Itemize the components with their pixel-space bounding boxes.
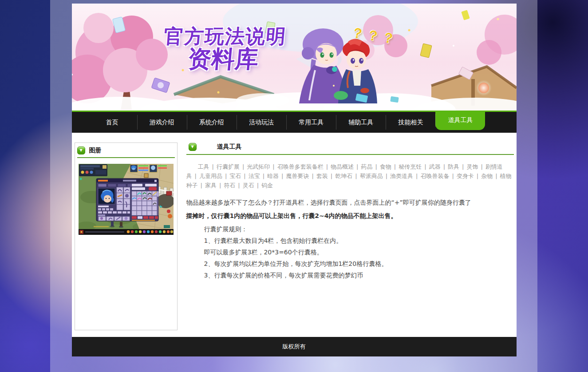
item-link-21[interactable]: 召唤兽装备 <box>420 173 449 179</box>
link-separator: | <box>331 173 332 179</box>
article-body: 物品越来越多放不下了怎么办？打开道具栏，选择行囊页面，点击界面上的“+”即可扩展… <box>186 197 514 281</box>
item-link-7[interactable]: 秘传烹饪 <box>399 163 422 170</box>
nav-tab-1[interactable]: 游戏介绍 <box>137 112 187 133</box>
link-separator: | <box>326 163 328 170</box>
rule-line-1: 即可以最多扩展3栏，20*3=60个行囊格。 <box>204 246 514 258</box>
banner: 官方玩法说明 资料库 ？？？ <box>72 4 517 111</box>
green-arrow-icon: ▼ <box>77 146 85 154</box>
main-rule <box>186 154 514 155</box>
gallery-box: ▼ 图册 <box>75 142 178 330</box>
link-separator: | <box>281 173 283 179</box>
item-link-27[interactable]: 灵石 <box>243 182 254 189</box>
item-link-26[interactable]: 符石 <box>224 182 235 189</box>
item-link-2[interactable]: 光武拓印 <box>247 163 270 170</box>
link-separator: | <box>424 163 426 170</box>
link-separator: | <box>375 163 377 170</box>
item-link-1[interactable]: 行囊扩展 <box>217 163 240 170</box>
link-separator: | <box>477 173 478 179</box>
notice-paragraph: 摆摊时，仅行囊1内的物品可以上架出售，行囊2~4内的物品不能上架出售。 <box>186 210 514 222</box>
item-link-15[interactable]: 暗器 <box>267 173 279 179</box>
link-separator: | <box>257 182 259 189</box>
link-separator: | <box>225 173 227 179</box>
item-link-25[interactable]: 家具 <box>205 182 217 189</box>
rule-line-2: 2、每次扩展均以栏为单位开始，每次扩充均增加1栏20格行囊格。 <box>204 258 514 269</box>
link-separator: | <box>312 173 313 179</box>
main-panel: ▼ 道具工具 工具|行囊扩展|光武拓印|召唤兽多套装备栏|物品概述|药品|食物|… <box>186 139 514 337</box>
rule-line-3: 3、行囊每次扩展的价格不同，每次扩展需要花费的梦幻币 <box>204 269 514 281</box>
main-nav: 首页游戏介绍系统介绍活动玩法常用工具辅助工具技能相关道具工具 <box>72 112 517 133</box>
item-link-20[interactable]: 渔类道具 <box>390 173 413 179</box>
link-separator: | <box>462 163 464 170</box>
link-separator: | <box>452 173 454 179</box>
banner-title-line2: 资料库 <box>153 46 293 71</box>
green-arrow-icon: ▼ <box>189 143 197 151</box>
item-link-6[interactable]: 食物 <box>380 163 391 170</box>
item-link-14[interactable]: 法宝 <box>249 173 260 179</box>
nav-tab-0[interactable]: 首页 <box>87 112 137 133</box>
link-separator: | <box>481 163 482 170</box>
nav-tab-4[interactable]: 常用工具 <box>286 112 336 133</box>
link-separator: | <box>386 173 387 179</box>
gallery-rule <box>77 157 175 158</box>
rule-line-0: 1、行囊栏最大数目为4栏，包含初始行囊栏在内。 <box>204 235 514 246</box>
nav-tab-2[interactable]: 系统介绍 <box>187 112 237 133</box>
item-link-4[interactable]: 物品概述 <box>331 163 354 170</box>
footer: 版权所有 <box>72 337 517 356</box>
link-separator: | <box>242 163 244 170</box>
item-link-10[interactable]: 灵饰 <box>466 163 478 170</box>
page-title: 道具工具 <box>217 143 242 151</box>
item-link-0[interactable]: 工具 <box>198 163 209 170</box>
gallery-title: 图册 <box>89 146 102 154</box>
copyright-text: 版权所有 <box>283 343 306 351</box>
item-link-17[interactable]: 套装 <box>316 173 328 179</box>
gallery-screenshot[interactable] <box>79 164 174 235</box>
link-separator: | <box>219 182 221 189</box>
item-link-12[interactable]: 儿童用品 <box>199 173 222 179</box>
item-link-8[interactable]: 武器 <box>429 163 441 170</box>
link-separator: | <box>356 163 358 170</box>
rules-list: 1、行囊栏最大数目为4栏，包含初始行囊栏在内。即可以最多扩展3栏，20*3=60… <box>186 235 514 281</box>
nav-tab-7[interactable]: 道具工具 <box>435 111 485 130</box>
page-container: 官方玩法说明 资料库 ？？？ 首页游戏介绍系统介绍活动玩法常用工具辅助工具技能相… <box>72 4 517 356</box>
item-link-18[interactable]: 乾坤石 <box>335 173 352 179</box>
nav-tab-6[interactable]: 技能相关 <box>386 112 435 133</box>
item-link-3[interactable]: 召唤兽多套装备栏 <box>277 163 324 170</box>
item-links: 工具|行囊扩展|光武拓印|召唤兽多套装备栏|物品概述|药品|食物|秘传烹饪|武器… <box>186 162 514 190</box>
link-separator: | <box>195 173 197 179</box>
intro-paragraph: 物品越来越多放不下了怎么办？打开道具栏，选择行囊页面，点击界面上的“+”即可扩展… <box>186 197 514 208</box>
link-separator: | <box>263 173 264 179</box>
content-area: ▼ 图册 <box>72 133 517 337</box>
gallery-header: ▼ 图册 <box>75 143 177 157</box>
nav-tab-5[interactable]: 辅助工具 <box>336 112 386 133</box>
link-separator: | <box>201 182 202 189</box>
item-link-5[interactable]: 药品 <box>361 163 372 170</box>
link-separator: | <box>355 173 357 179</box>
link-separator: | <box>272 163 274 170</box>
nav-tab-3[interactable]: 活动玩法 <box>237 112 286 133</box>
item-link-22[interactable]: 变身卡 <box>457 173 474 179</box>
link-separator: | <box>238 182 240 189</box>
banner-title-line1: 官方玩法说明 <box>155 26 295 47</box>
item-link-19[interactable]: 帮派商品 <box>360 173 383 179</box>
item-link-23[interactable]: 杂物 <box>481 173 493 179</box>
link-separator: | <box>394 163 396 170</box>
link-separator: | <box>443 163 445 170</box>
item-link-16[interactable]: 魔兽要诀 <box>286 173 309 179</box>
link-separator: | <box>495 173 497 179</box>
item-link-9[interactable]: 防具 <box>448 163 459 170</box>
banner-art <box>72 4 517 111</box>
link-separator: | <box>244 173 245 179</box>
item-link-28[interactable]: 钨金 <box>261 182 273 189</box>
main-header: ▼ 道具工具 <box>186 139 514 153</box>
link-separator: | <box>212 163 214 170</box>
rules-title: 行囊扩展规则： <box>204 223 514 235</box>
banner-title: 官方玩法说明 资料库 <box>153 26 295 71</box>
item-link-13[interactable]: 宝石 <box>229 173 241 179</box>
link-separator: | <box>416 173 418 179</box>
